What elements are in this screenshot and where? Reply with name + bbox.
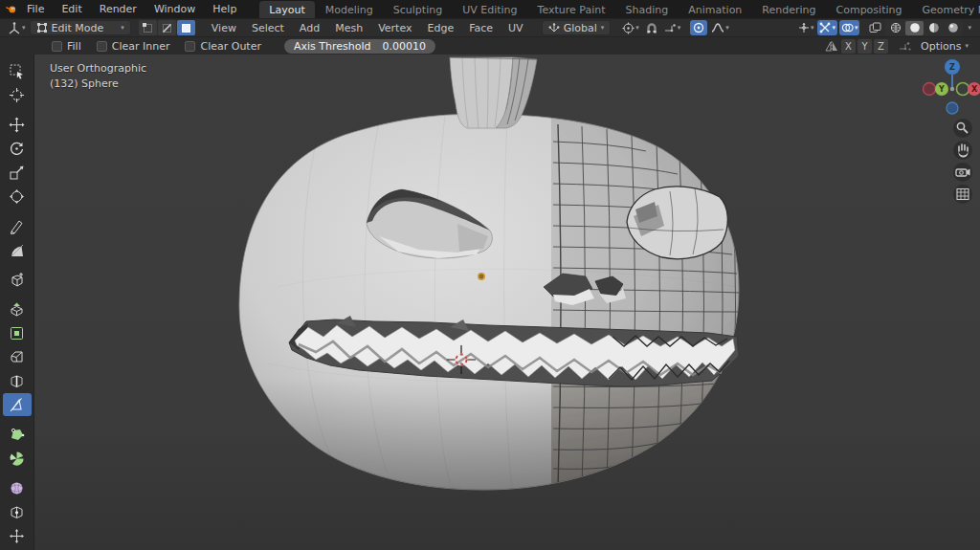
menu-file[interactable]: File bbox=[19, 1, 52, 17]
tool-cursor[interactable] bbox=[3, 83, 32, 106]
tool-bisect[interactable] bbox=[3, 393, 32, 416]
tab-shading[interactable]: Shading bbox=[616, 1, 679, 18]
tab-geometry-nodes[interactable]: Geometry Nodes bbox=[912, 1, 980, 18]
fill-checkbox[interactable] bbox=[52, 41, 62, 52]
falloff-curve-dropdown[interactable]: ▾ bbox=[709, 20, 731, 35]
shading-material-button[interactable] bbox=[924, 21, 943, 35]
tool-transform[interactable] bbox=[3, 185, 32, 208]
tool-add-cube[interactable] bbox=[3, 268, 32, 291]
snap-target-dropdown[interactable]: ▾ bbox=[662, 20, 683, 35]
mirror-y-button[interactable]: Y bbox=[858, 39, 872, 54]
mirror-z-button[interactable]: Z bbox=[874, 39, 888, 54]
mirror-x-button[interactable]: X bbox=[841, 39, 856, 54]
snap-magnet-icon[interactable] bbox=[643, 20, 660, 35]
menu-face[interactable]: Face bbox=[462, 20, 500, 36]
orientation-label: Global bbox=[564, 22, 597, 34]
gizmo-axis-z-negative[interactable] bbox=[947, 102, 958, 114]
tool-smooth[interactable] bbox=[3, 476, 32, 499]
tool-extrude-region[interactable] bbox=[3, 297, 32, 320]
tool-shrink-fatten[interactable] bbox=[3, 524, 32, 547]
mode-label: Edit Mode bbox=[52, 22, 104, 34]
clear-inner-checkbox[interactable] bbox=[97, 41, 107, 52]
orientation-dropdown[interactable]: Global ▾ bbox=[542, 20, 612, 35]
camera-view-button[interactable] bbox=[953, 163, 972, 182]
tab-uv-editing[interactable]: UV Editing bbox=[453, 1, 526, 18]
zoom-button[interactable] bbox=[953, 119, 972, 138]
menu-render[interactable]: Render bbox=[92, 1, 145, 17]
overlays-toggle[interactable]: ▾ bbox=[839, 20, 860, 35]
mode-dropdown[interactable]: Edit Mode ▾ bbox=[30, 20, 131, 35]
tool-spin[interactable] bbox=[3, 447, 32, 470]
menu-window[interactable]: Window bbox=[146, 1, 203, 17]
snap-toggle-icon[interactable] bbox=[896, 40, 913, 52]
menu-uv[interactable]: UV bbox=[501, 20, 530, 36]
chevron-down-icon: ▾ bbox=[965, 43, 969, 50]
pivot-point-dropdown[interactable]: ▾ bbox=[620, 20, 641, 35]
clear-outer-checkbox-group: Clear Outer bbox=[185, 40, 261, 53]
xray-toggle[interactable] bbox=[866, 20, 883, 35]
menu-view[interactable]: View bbox=[205, 20, 243, 36]
tool-poly-build[interactable] bbox=[3, 423, 32, 446]
shading-solid-button[interactable] bbox=[905, 21, 924, 35]
tool-bevel[interactable] bbox=[3, 345, 32, 368]
navigation-gizmo[interactable]: Z Y X bbox=[924, 59, 980, 114]
menu-vertex[interactable]: Vertex bbox=[371, 20, 418, 36]
menu-select[interactable]: Select bbox=[245, 20, 291, 36]
shading-dropdown[interactable]: ▾ bbox=[965, 25, 974, 32]
tool-settings-bar: Fill Clear Inner Clear Outer Axis Thresh… bbox=[0, 36, 980, 55]
clear-outer-checkbox[interactable] bbox=[185, 41, 195, 52]
shading-mode-buttons bbox=[885, 20, 963, 36]
scene-canvas[interactable]: Z Y X bbox=[34, 55, 980, 550]
proportional-edit-toggle[interactable] bbox=[690, 20, 707, 35]
show-gizmo-dropdown[interactable]: ▾ bbox=[796, 20, 816, 35]
clear-outer-label: Clear Outer bbox=[200, 40, 261, 53]
nose-holes[interactable] bbox=[544, 274, 626, 305]
viewport-nav-buttons bbox=[953, 119, 972, 204]
tab-compositing[interactable]: Compositing bbox=[827, 1, 912, 18]
axis-threshold-value: 0.00010 bbox=[382, 40, 426, 53]
tool-select-box[interactable] bbox=[3, 59, 32, 82]
options-dropdown[interactable]: Options ▾ bbox=[915, 38, 974, 54]
pumpkin-model[interactable] bbox=[239, 57, 743, 497]
tab-layout[interactable]: Layout bbox=[259, 1, 314, 18]
tool-rotate[interactable] bbox=[3, 137, 32, 160]
axis-threshold-slider[interactable]: Axis Threshold 0.00010 bbox=[284, 39, 435, 54]
tab-animation[interactable]: Animation bbox=[679, 1, 751, 18]
menu-edit[interactable]: Edit bbox=[54, 1, 89, 17]
menu-add[interactable]: Add bbox=[293, 20, 326, 36]
ortho-grid-button[interactable] bbox=[953, 185, 972, 204]
gizmo-axis-y-negative[interactable] bbox=[957, 83, 969, 96]
tool-inset-faces[interactable] bbox=[3, 321, 32, 344]
shading-wireframe-button[interactable] bbox=[886, 21, 904, 35]
gizmo-z-label: Z bbox=[949, 63, 955, 72]
face-select-button[interactable] bbox=[177, 20, 195, 35]
tool-scale[interactable] bbox=[3, 161, 32, 184]
edge-select-button[interactable] bbox=[158, 20, 176, 35]
pan-hand-button[interactable] bbox=[953, 141, 972, 160]
tab-sculpting[interactable]: Sculpting bbox=[384, 1, 452, 18]
tab-texture-paint[interactable]: Texture Paint bbox=[528, 1, 615, 18]
gizmos-toggle[interactable]: ▾ bbox=[817, 20, 837, 35]
right-eye[interactable] bbox=[627, 187, 727, 259]
axis-threshold-label: Axis Threshold bbox=[294, 40, 371, 53]
tab-modeling[interactable]: Modeling bbox=[316, 1, 383, 18]
tool-move[interactable] bbox=[3, 113, 32, 136]
menu-edge[interactable]: Edge bbox=[420, 20, 460, 36]
shading-rendered-button[interactable] bbox=[944, 21, 962, 35]
left-toolbar bbox=[0, 55, 34, 550]
tab-rendering[interactable]: Rendering bbox=[752, 1, 825, 18]
viewport-3d[interactable]: User Orthographic (132) Sphere bbox=[34, 55, 980, 550]
tool-edge-slide[interactable] bbox=[3, 500, 32, 523]
blender-logo-icon[interactable] bbox=[6, 4, 17, 15]
menu-mesh[interactable]: Mesh bbox=[328, 20, 369, 36]
main-area: User Orthographic (132) Sphere bbox=[0, 55, 980, 550]
blender-window: File Edit Render Window Help Layout Mode… bbox=[0, 0, 980, 550]
editor-type-selector[interactable]: ▾ bbox=[6, 20, 28, 35]
vertex-select-button[interactable] bbox=[139, 20, 157, 35]
menu-help[interactable]: Help bbox=[205, 1, 244, 17]
options-label: Options bbox=[921, 40, 961, 53]
tool-loop-cut[interactable] bbox=[3, 369, 32, 392]
tool-measure[interactable] bbox=[3, 238, 32, 261]
gizmo-axis-x-negative[interactable] bbox=[924, 83, 936, 96]
tool-annotate[interactable] bbox=[3, 214, 32, 237]
